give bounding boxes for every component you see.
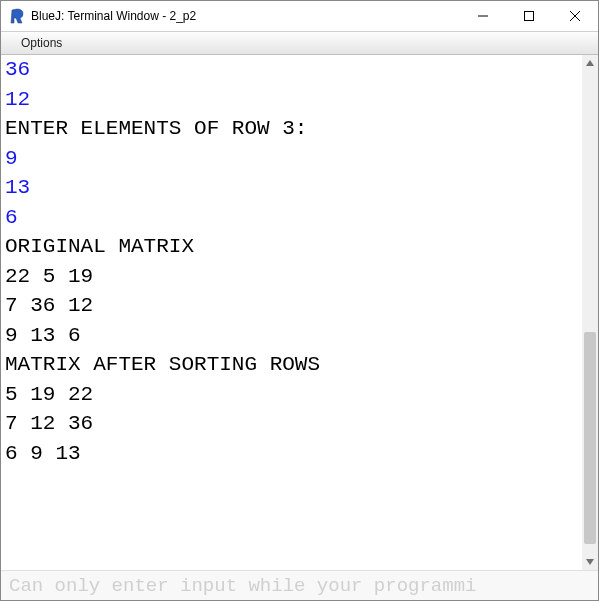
terminal-line: 7 36 12	[5, 291, 578, 321]
window-title: BlueJ: Terminal Window - 2_p2	[31, 9, 460, 23]
scroll-thumb[interactable]	[584, 332, 596, 545]
menubar: Options	[1, 31, 598, 55]
scroll-down-arrow[interactable]	[582, 554, 598, 570]
terminal-output: 3612ENTER ELEMENTS OF ROW 3:9136ORIGINAL…	[1, 55, 582, 570]
input-field[interactable]: Can only enter input while your programm…	[1, 570, 598, 600]
terminal-line: ENTER ELEMENTS OF ROW 3:	[5, 114, 578, 144]
titlebar: BlueJ: Terminal Window - 2_p2	[1, 1, 598, 31]
scroll-track[interactable]	[582, 71, 598, 554]
scroll-up-arrow[interactable]	[582, 55, 598, 71]
close-button[interactable]	[552, 1, 598, 31]
vertical-scrollbar[interactable]	[582, 55, 598, 570]
terminal-line: 13	[5, 173, 578, 203]
window-controls	[460, 1, 598, 31]
terminal-line: ORIGINAL MATRIX	[5, 232, 578, 262]
terminal-line	[5, 468, 578, 498]
terminal-line: 5 19 22	[5, 380, 578, 410]
terminal-line: MATRIX AFTER SORTING ROWS	[5, 350, 578, 380]
minimize-button[interactable]	[460, 1, 506, 31]
terminal-line: 6	[5, 203, 578, 233]
terminal-line: 36	[5, 55, 578, 85]
maximize-button[interactable]	[506, 1, 552, 31]
terminal-line: 7 12 36	[5, 409, 578, 439]
terminal-line: 9 13 6	[5, 321, 578, 351]
terminal-area: 3612ENTER ELEMENTS OF ROW 3:9136ORIGINAL…	[1, 55, 598, 570]
terminal-line	[5, 498, 578, 528]
menu-options[interactable]: Options	[15, 34, 68, 52]
bluej-icon	[9, 8, 25, 24]
input-placeholder: Can only enter input while your programm…	[9, 575, 476, 597]
terminal-line: 22 5 19	[5, 262, 578, 292]
terminal-line: 9	[5, 144, 578, 174]
terminal-line: 12	[5, 85, 578, 115]
svg-rect-1	[525, 12, 534, 21]
terminal-line: 6 9 13	[5, 439, 578, 469]
